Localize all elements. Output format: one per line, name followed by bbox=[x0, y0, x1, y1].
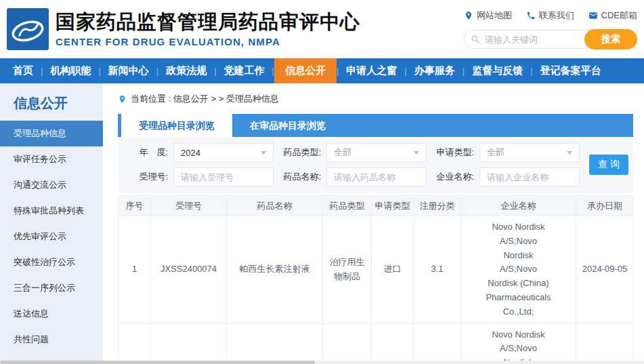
sidebar-item-priority-review-publicity[interactable]: 优先审评公示 bbox=[0, 224, 103, 249]
table-row-1: 1JXSS2400074帕西生长素注射液治疗用生物制品进口3.1Novo Nor… bbox=[119, 216, 634, 324]
cell-apply-type-row1: 进口 bbox=[372, 216, 414, 324]
acceptance-no-input[interactable] bbox=[173, 167, 274, 186]
cell-undertake-date-row1: 2024-09-05 bbox=[576, 216, 634, 324]
acceptance-no-label: 受理号: bbox=[126, 171, 168, 183]
sidebar-item-communication-publicity[interactable]: 沟通交流公示 bbox=[0, 172, 103, 198]
site-title: 国家药品监督管理局药品审评中心 bbox=[56, 11, 360, 33]
filter-panel: 年 度: 2024 药品类型: 全部 申请类 bbox=[118, 137, 633, 193]
drug-name-label: 药品名称: bbox=[279, 171, 321, 183]
breadcrumb: 当前位置 : 信息公开 > > 受理品种信息 bbox=[118, 93, 633, 105]
sidebar-item-common-issues[interactable]: 共性问题 bbox=[0, 327, 103, 352]
col-header-company-name: 企业名称 bbox=[461, 196, 576, 216]
query-button[interactable]: 查 询 bbox=[589, 155, 628, 175]
nav-item-news-center[interactable]: 新闻中心 bbox=[101, 58, 156, 83]
search-box: 搜索 bbox=[464, 29, 637, 49]
page: 国家药品监督管理局药品审评中心 CENTER FOR DRUG EVALUATI… bbox=[0, 0, 644, 364]
header-right: 网站地图 联系我们 CDE邮箱 搜索 bbox=[464, 9, 637, 49]
chevron-down-icon bbox=[567, 151, 572, 155]
filter-grid: 年 度: 2024 药品类型: 全部 申请类 bbox=[126, 143, 580, 186]
sidebar-item-special-approval-list[interactable]: 特殊审批品种列表 bbox=[0, 198, 103, 224]
horizontal-scrollbar[interactable] bbox=[0, 361, 644, 364]
cell-drug-name-row1: 帕西生长素注射液 bbox=[227, 216, 323, 324]
year-label: 年 度: bbox=[126, 146, 168, 159]
cell-drug-type-row2: 治疗用生物制品 bbox=[323, 323, 372, 364]
search-button[interactable]: 搜索 bbox=[584, 29, 637, 49]
chevron-down-icon bbox=[414, 151, 419, 155]
breadcrumb-pin-icon bbox=[118, 94, 127, 104]
cell-acceptance-no-row2: JXSS2400073 bbox=[151, 323, 227, 364]
sidebar: 信息公开 受理品种信息审评任务公示沟通交流公示特殊审批品种列表优先审评公示突破性… bbox=[0, 83, 103, 364]
contact-us-link[interactable]: 联系我们 bbox=[526, 9, 574, 22]
nav-item-home[interactable]: 首页 bbox=[5, 58, 41, 83]
nav-item-policies-regulations[interactable]: 政策法规 bbox=[158, 58, 214, 83]
acceptance-no-filter: 受理号: bbox=[126, 167, 274, 186]
cell-drug-name-row2: 帕西生长素注射液 bbox=[227, 323, 323, 364]
drug-name-input[interactable] bbox=[326, 167, 427, 186]
nav-item-services[interactable]: 办事服务 bbox=[407, 58, 463, 83]
chevron-down-icon bbox=[261, 151, 266, 155]
main-nav: 首页|机构职能|新闻中心|政策法规|党建工作|信息公开|申请人之窗|办事服务|监… bbox=[0, 58, 644, 83]
scrollbar-thumb[interactable] bbox=[0, 361, 315, 364]
envelope-icon bbox=[588, 11, 598, 20]
company-name-label: 企业名称: bbox=[432, 171, 474, 183]
sidebar-item-breakthrough-therapy-publicity[interactable]: 突破性治疗公示 bbox=[0, 249, 103, 275]
col-header-registration-class: 注册分类 bbox=[414, 196, 461, 216]
cell-index-row2: 2 bbox=[119, 323, 151, 364]
sidebar-item-review-task-publicity[interactable]: 审评任务公示 bbox=[0, 146, 103, 172]
sidebar-item-delivery-info[interactable]: 送达信息 bbox=[0, 301, 103, 327]
nav-item-information-disclosure[interactable]: 信息公开 bbox=[274, 58, 337, 83]
cell-company-name-row1: Novo Nordisk A/S;Novo Nordisk A/S;Novo N… bbox=[461, 216, 576, 324]
year-select-value: 2024 bbox=[181, 148, 200, 158]
sidebar-item-accepted-varieties-info[interactable]: 受理品种信息 bbox=[0, 121, 103, 146]
table-body: 1JXSS2400074帕西生长素注射液治疗用生物制品进口3.1Novo Nor… bbox=[119, 216, 634, 364]
nav-item-registration-platform[interactable]: 登记备案平台 bbox=[533, 58, 609, 83]
tab-bar: 受理品种目录浏览在审品种目录浏览 bbox=[118, 114, 633, 137]
location-pin-icon bbox=[464, 11, 473, 20]
cde-mailbox-link[interactable]: CDE邮箱 bbox=[588, 9, 637, 22]
breadcrumb-text: 当前位置 : 信息公开 > > 受理品种信息 bbox=[131, 93, 279, 105]
year-select[interactable]: 2024 bbox=[173, 143, 274, 162]
col-header-apply-type: 申请类型 bbox=[372, 196, 414, 216]
apply-type-select[interactable]: 全部 bbox=[479, 143, 580, 162]
cell-company-name-row2: Novo Nordisk A/S;Novo Nordisk A/S;Novo N… bbox=[461, 323, 576, 364]
drug-type-select[interactable]: 全部 bbox=[326, 143, 427, 162]
nav-item-applicant-window[interactable]: 申请人之窗 bbox=[339, 58, 404, 83]
search-icon bbox=[471, 35, 480, 44]
sitemap-link-label: 网站地图 bbox=[477, 9, 512, 22]
sidebar-title: 信息公开 bbox=[0, 83, 103, 121]
phone-icon bbox=[526, 11, 536, 20]
cell-registration-class-row2: 3.1 bbox=[414, 323, 461, 364]
nav-item-organization[interactable]: 机构职能 bbox=[43, 58, 98, 83]
col-header-index: 序号 bbox=[119, 196, 151, 216]
site-header: 国家药品监督管理局药品审评中心 CENTER FOR DRUG EVALUATI… bbox=[0, 0, 644, 58]
contact-us-link-label: 联系我们 bbox=[539, 9, 574, 22]
title-block: 国家药品监督管理局药品审评中心 CENTER FOR DRUG EVALUATI… bbox=[56, 11, 360, 47]
cde-logo bbox=[7, 8, 49, 50]
sidebar-item-three-in-one-sequence-publicity[interactable]: 三合一序列公示 bbox=[0, 275, 103, 301]
table-header-row: 序号受理号药品名称药品类型申请类型注册分类企业名称承办日期 bbox=[119, 196, 634, 216]
header-links: 网站地图 联系我们 CDE邮箱 bbox=[464, 9, 637, 22]
cde-mailbox-link-label: CDE邮箱 bbox=[601, 9, 637, 22]
cell-index-row1: 1 bbox=[119, 216, 151, 324]
nav-item-party-building[interactable]: 党建工作 bbox=[217, 58, 272, 83]
main-content: 当前位置 : 信息公开 > > 受理品种信息 受理品种目录浏览在审品种目录浏览 … bbox=[103, 83, 644, 364]
cell-apply-type-row2: 进口 bbox=[372, 323, 414, 364]
table-row-2: 2JXSS2400073帕西生长素注射液治疗用生物制品进口3.1Novo Nor… bbox=[119, 323, 634, 364]
apply-type-select-value: 全部 bbox=[487, 146, 505, 159]
site-subtitle: CENTER FOR DRUG EVALUATION, NMPA bbox=[56, 36, 360, 47]
drug-type-filter: 药品类型: 全部 bbox=[279, 143, 427, 162]
content: 信息公开 受理品种信息审评任务公示沟通交流公示特殊审批品种列表优先审评公示突破性… bbox=[0, 83, 644, 364]
drug-type-label: 药品类型: bbox=[279, 146, 321, 159]
cell-acceptance-no-row1: JXSS2400074 bbox=[151, 216, 227, 324]
tab-under-review-catalog-browse[interactable]: 在审品种目录浏览 bbox=[232, 114, 343, 137]
sitemap-link[interactable]: 网站地图 bbox=[464, 9, 512, 22]
company-name-filter: 企业名称: bbox=[432, 167, 580, 186]
company-name-input[interactable] bbox=[479, 167, 580, 186]
cell-undertake-date-row2: 2024-09-05 bbox=[576, 323, 634, 364]
sidebar-menu: 受理品种信息审评任务公示沟通交流公示特殊审批品种列表优先审评公示突破性治疗公示三… bbox=[0, 121, 103, 364]
nav-item-supervision-feedback[interactable]: 监督与反馈 bbox=[465, 58, 530, 83]
cell-drug-type-row1: 治疗用生物制品 bbox=[323, 216, 372, 324]
col-header-acceptance-no: 受理号 bbox=[151, 196, 227, 216]
tab-accepted-catalog-browse[interactable]: 受理品种目录浏览 bbox=[121, 114, 232, 137]
col-header-drug-name: 药品名称 bbox=[227, 196, 323, 216]
